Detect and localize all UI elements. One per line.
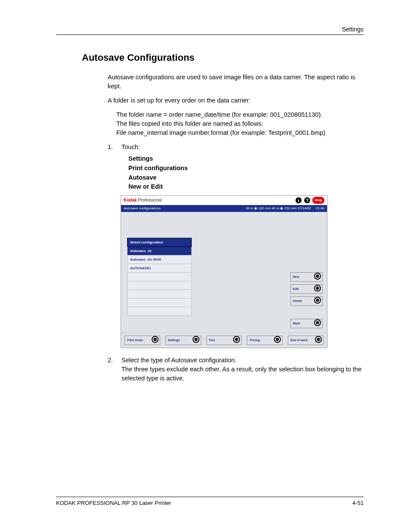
svg-point-17 bbox=[235, 338, 238, 341]
touch-item-new-edit: New or Edit bbox=[128, 182, 364, 192]
config-row-2[interactable]: AUTOSAVE1 bbox=[127, 264, 192, 273]
settings-label: Settings bbox=[168, 338, 180, 342]
step-2-line-b: The three types exclude each other. As a… bbox=[121, 365, 364, 383]
svg-point-13 bbox=[153, 338, 156, 341]
config-row-4[interactable] bbox=[127, 281, 192, 290]
settings-button[interactable]: Settings bbox=[165, 336, 201, 345]
config-row-7[interactable] bbox=[127, 307, 192, 316]
footer-left: KODAK PROFESSIONAL RP 30 Laser Printer bbox=[56, 500, 171, 506]
footer-rule bbox=[56, 497, 364, 497]
test-button[interactable]: Test bbox=[206, 336, 242, 345]
page-number: 4-51 bbox=[352, 500, 364, 506]
button-icon bbox=[193, 336, 199, 344]
end-of-work-button[interactable]: End of work bbox=[288, 336, 324, 345]
button-icon bbox=[314, 273, 321, 281]
status-val-b: 102 mm 40 m bbox=[258, 206, 279, 210]
back-button[interactable]: Back bbox=[290, 319, 323, 328]
step-1-number: 1. bbox=[108, 143, 114, 152]
svg-point-15 bbox=[194, 338, 197, 341]
touch-item-print-config: Print configurations bbox=[128, 164, 364, 173]
para-5: File name_internal image number.format (… bbox=[116, 128, 364, 137]
app-footer: Print mode Settings Test Pricing End of … bbox=[121, 333, 327, 348]
svg-point-11 bbox=[316, 321, 319, 324]
edit-button-label: Edit bbox=[293, 287, 299, 291]
status-right: 20 m ◉ 102 mm 40 m ◉ 152 mm 07/14/02 21:… bbox=[246, 206, 324, 211]
back-button-label: Back bbox=[293, 321, 300, 326]
button-icon bbox=[274, 336, 281, 344]
config-row-3[interactable] bbox=[127, 273, 192, 281]
info-icon[interactable]: i bbox=[295, 197, 302, 204]
para-2: A folder is set up for every order on th… bbox=[108, 96, 364, 105]
config-row-1[interactable]: Autosave_for WHS bbox=[127, 255, 192, 264]
step-2-line-a: Select the type of Autosave configuratio… bbox=[121, 356, 364, 365]
new-button[interactable]: New bbox=[290, 272, 323, 282]
stop-button[interactable]: Stop bbox=[312, 197, 324, 204]
status-date: 152 mm 07/14/02 bbox=[284, 206, 311, 210]
touch-item-autosave: Autosave bbox=[128, 173, 364, 183]
test-label: Test bbox=[209, 338, 215, 342]
svg-text:?: ? bbox=[306, 198, 309, 203]
svg-point-9 bbox=[316, 299, 319, 302]
step-2: 2. Select the type of Autosave configura… bbox=[108, 356, 364, 383]
brand: Kodak Professional bbox=[124, 197, 162, 204]
print-mode-button[interactable]: Print mode bbox=[125, 336, 160, 345]
button-icon bbox=[314, 285, 321, 293]
end-of-work-label: End of work bbox=[290, 338, 308, 342]
delete-button[interactable]: Delete bbox=[290, 296, 323, 306]
svg-point-7 bbox=[316, 287, 319, 290]
config-row-0[interactable]: Autosave_16 bbox=[127, 247, 192, 255]
button-icon bbox=[314, 297, 321, 305]
config-row-5[interactable] bbox=[127, 290, 192, 299]
brand-professional: Professional bbox=[137, 198, 162, 202]
step-1: 1. Touch: bbox=[108, 143, 364, 152]
print-mode-label: Print mode bbox=[127, 338, 143, 342]
paper-roll-icon: ◉ bbox=[280, 206, 283, 210]
svg-point-5 bbox=[316, 275, 319, 278]
paper-roll-icon: ◉ bbox=[254, 206, 257, 210]
edit-button[interactable]: Edit bbox=[290, 284, 323, 294]
status-left: Autosave configurations bbox=[124, 206, 160, 211]
para-4: The files copied into this folder are na… bbox=[116, 119, 364, 128]
button-icon bbox=[314, 319, 321, 327]
embedded-screenshot: Kodak Professional i ? Stop Autosave con… bbox=[121, 195, 327, 348]
svg-text:i: i bbox=[298, 198, 299, 203]
touch-item-settings: Settings bbox=[128, 154, 364, 164]
select-config-header: Select configuration bbox=[127, 238, 192, 247]
status-bar: Autosave configurations 20 m ◉ 102 mm 40… bbox=[121, 205, 327, 212]
button-icon bbox=[315, 336, 322, 344]
para-1: Autosave configurations are used to save… bbox=[108, 73, 364, 91]
config-row-6[interactable] bbox=[127, 299, 192, 307]
pricing-label: Pricing bbox=[249, 338, 260, 342]
para-3: The folder name = order name_date/time (… bbox=[116, 110, 364, 119]
button-icon bbox=[233, 336, 240, 344]
brand-kodak: Kodak bbox=[124, 198, 137, 202]
status-val-a: 20 m bbox=[246, 206, 253, 210]
status-time: 21:46 bbox=[316, 206, 324, 210]
button-icon bbox=[152, 336, 159, 344]
main-heading: Autosave Configurations bbox=[82, 52, 364, 63]
svg-point-21 bbox=[317, 338, 320, 341]
step-1-text: Touch: bbox=[121, 143, 364, 152]
select-config-panel: Select configuration Autosave_16 Autosav… bbox=[127, 238, 192, 333]
svg-point-19 bbox=[276, 338, 279, 341]
help-icon[interactable]: ? bbox=[304, 197, 311, 204]
section-label: Settings bbox=[56, 26, 364, 34]
new-button-label: New bbox=[293, 275, 299, 279]
app-titlebar: Kodak Professional i ? Stop bbox=[121, 196, 327, 205]
pricing-button[interactable]: Pricing bbox=[247, 336, 283, 345]
delete-button-label: Delete bbox=[293, 299, 302, 303]
step-2-number: 2. bbox=[108, 356, 114, 383]
header-rule bbox=[56, 34, 364, 35]
